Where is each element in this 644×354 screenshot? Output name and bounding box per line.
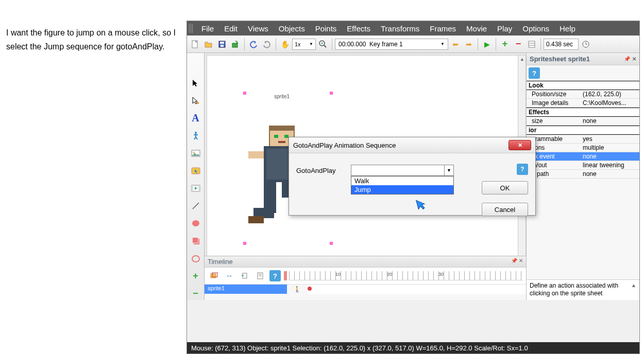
menu-views[interactable]: Views [243,24,274,33]
add-shape-icon[interactable]: + [189,270,202,282]
timeline-pin-icon[interactable]: 📌 ✕ [511,258,523,266]
prev-frame-icon[interactable]: ⬅ [449,38,462,50]
prop-row[interactable]: tionsmultiple [527,144,639,152]
svg-text:+: + [241,273,244,278]
export-icon[interactable] [229,38,242,50]
select-tool-icon[interactable] [189,77,202,89]
redo-icon[interactable] [261,38,273,50]
svg-rect-25 [192,185,193,191]
duration-field[interactable]: 0.438 sec [544,39,579,50]
figure-tool-icon[interactable] [189,129,202,141]
frame-props-icon[interactable] [526,38,538,50]
prop-row[interactable]: grammableyes [527,135,639,144]
svg-rect-42 [248,216,264,223]
toolbar: ✋ 1x▼ 00:00.000 Key frame 1▼ ⬅ ➡ ▶ + − 0… [187,36,639,53]
timeline-insert-icon[interactable]: + [239,270,251,282]
prop-row[interactable]: sizenone [527,117,639,126]
frame-indicator[interactable]: 00:00.000 Key frame 1▼ [335,39,448,50]
properties-title: Spritesheet sprite1 [530,55,590,63]
menu-points[interactable]: Points [310,24,342,33]
option-walk[interactable]: Walk [351,176,453,185]
properties-list: Look Position/size(162.0, 225.0) Image d… [527,81,639,179]
image-tool-icon[interactable] [189,147,202,160]
timeline-move-icon[interactable]: ↔ [223,270,235,282]
timeline-track[interactable] [308,285,526,294]
svg-line-20 [196,137,197,139]
keyframe-marker[interactable] [308,287,312,291]
panel-close-icon[interactable]: ✕ [632,56,636,62]
svg-point-16 [195,132,197,134]
zoom-in-icon[interactable] [317,38,329,50]
svg-point-28 [192,220,199,226]
prop-row-click-event[interactable]: ck eventnone [527,152,639,161]
chevron-down-icon[interactable]: ▼ [444,165,453,175]
menu-file[interactable]: File [196,24,219,33]
prop-group-effects[interactable]: Effects [527,108,639,117]
menu-help[interactable]: Help [554,24,581,33]
selection-handle[interactable] [330,92,333,95]
timeline-layers-icon[interactable] [208,270,220,282]
hand-icon[interactable]: ✋ [279,38,291,50]
properties-help-icon[interactable]: ? [529,67,540,79]
subselect-tool-icon[interactable] [189,94,202,107]
menu-objects[interactable]: Objects [274,24,310,33]
timeline-row-label[interactable]: sprite1 [205,285,287,294]
remove-frame-icon[interactable]: − [512,38,524,50]
svg-rect-2 [220,42,224,44]
menu-effects[interactable]: Effects [342,24,376,33]
selection-handle[interactable] [330,242,333,245]
svg-rect-32 [274,135,278,138]
timeline-row[interactable]: sprite1 🚶 [205,285,526,294]
sequence-select[interactable]: ▼ [351,165,454,176]
instruction-text: I want the figure to jump on a mouse cli… [6,26,176,54]
menu-play[interactable]: Play [492,24,517,33]
new-icon[interactable] [189,38,201,50]
add-frame-icon[interactable]: + [499,38,511,50]
prop-group-look[interactable]: Look [527,81,639,90]
save-icon[interactable] [216,38,228,50]
properties-panel: Spritesheet sprite1 📌✕ ? Look Position/s… [526,53,639,300]
text-tool-icon[interactable]: A [189,112,202,124]
menu-options[interactable]: Options [517,24,554,33]
properties-hint: Define an action associated with clickin… [527,279,639,300]
dialog-close-button[interactable]: ✕ [509,140,531,150]
open-icon[interactable] [202,38,215,50]
line-tool-icon[interactable] [189,200,202,212]
remove-shape-icon[interactable]: − [189,288,202,300]
next-frame-icon[interactable]: ➡ [463,38,475,50]
play-icon[interactable]: ▶ [481,38,493,50]
prop-row[interactable]: Image detailsC:\KoolMoves... [527,99,639,108]
button-tool-icon[interactable] [189,165,202,177]
menu-edit[interactable]: Edit [219,24,243,33]
clock-icon[interactable] [580,38,592,50]
menu-frames[interactable]: Frames [425,24,461,33]
dialog-help-icon[interactable]: ? [517,164,528,175]
prop-group-behavior[interactable]: ior [527,126,639,135]
panel-pin-icon[interactable]: 📌 [624,56,630,62]
prop-row[interactable]: n pathnone [527,170,639,179]
zoom-level[interactable]: 1x▼ [292,39,316,50]
prop-row[interactable]: Position/size(162.0, 225.0) [527,90,639,99]
menu-movie[interactable]: Movie [461,24,492,33]
option-jump[interactable]: Jump [351,185,453,194]
menu-transforms[interactable]: Transforms [376,24,425,33]
ok-button[interactable]: OK [482,181,528,194]
svg-point-22 [193,151,194,153]
timeline-row-sprite-icon: 🚶 [287,285,308,294]
dialog-field-label: GotoAndPlay [296,167,336,174]
brush-tool-icon[interactable] [189,253,202,265]
timeline-script-icon[interactable] [254,270,266,282]
cancel-button[interactable]: Cancel [482,203,528,216]
rect-tool-icon[interactable] [189,235,202,247]
svg-rect-33 [284,135,289,138]
svg-line-6 [324,45,326,47]
timeline-help-icon[interactable]: ? [269,270,281,281]
svg-rect-26 [198,185,200,191]
prop-row[interactable]: in/outlinear tweening [527,161,639,170]
svg-rect-46 [211,274,216,278]
sequence-dropdown: Walk Jump [351,176,454,194]
oval-tool-icon[interactable] [189,217,202,229]
movieclip-tool-icon[interactable] [189,182,202,194]
undo-icon[interactable] [247,38,260,50]
selection-handle[interactable] [243,92,246,95]
